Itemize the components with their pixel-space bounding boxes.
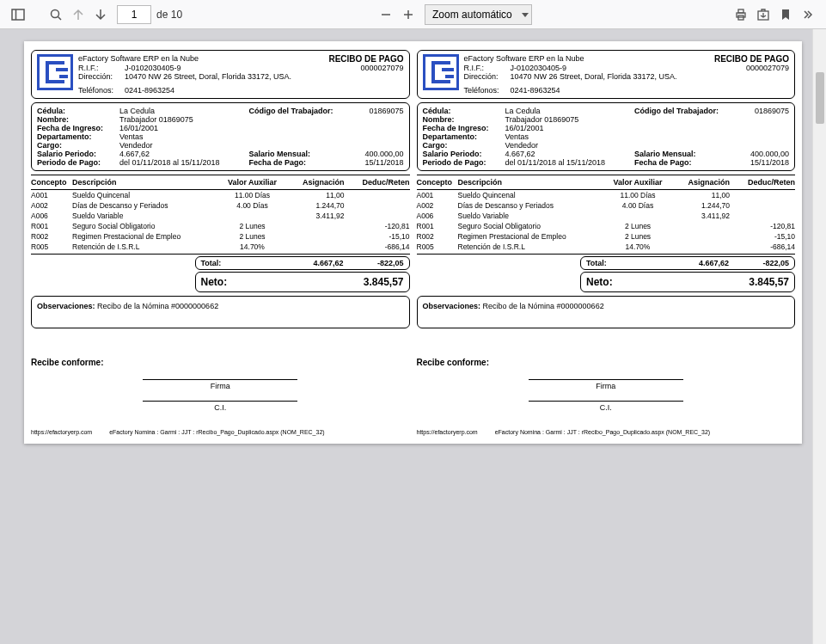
vertical-scrollbar[interactable] — [812, 29, 826, 644]
neto-row: Neto:3.845,57 — [580, 272, 795, 292]
pdf-toolbar: de 10 Zoom automático — [0, 0, 826, 29]
receipt-right: eFactory Software ERP en la NubeRECIBO D… — [417, 50, 796, 435]
svg-rect-8 — [738, 9, 743, 13]
company-header: eFactory Software ERP en la NubeRECIBO D… — [417, 50, 796, 99]
total-row: Total:4.667,62-822,05 — [580, 256, 795, 270]
table-row: A006Sueldo Variable3.411,92 — [417, 211, 796, 221]
page-of-label: de 10 — [156, 9, 182, 21]
document-area: eFactory Software ERP en la NubeRECIBO D… — [0, 29, 826, 644]
company-header: eFactory Software ERP en la NubeRECIBO D… — [31, 50, 410, 99]
receipt-left: eFactory Software ERP en la NubeRECIBO D… — [31, 50, 410, 435]
svg-rect-0 — [12, 9, 24, 20]
neto-row: Neto:3.845,57 — [195, 272, 410, 292]
prev-page-icon[interactable] — [70, 7, 86, 22]
table-header: ConceptoDescripciónValor AuxiliarAsignac… — [31, 175, 410, 190]
svg-point-2 — [52, 9, 59, 17]
bookmark-icon[interactable] — [778, 7, 793, 22]
open-icon[interactable] — [756, 7, 771, 22]
page-number-input[interactable] — [117, 5, 151, 24]
svg-line-3 — [58, 16, 62, 20]
table-row: R002Regimen Prestacional de Empleo2 Lune… — [417, 231, 796, 242]
pdf-page: eFactory Software ERP en la NubeRECIBO D… — [24, 41, 802, 444]
employee-info: Cédula:La CedulaCódigo del Trabajador:01… — [417, 102, 796, 171]
table-row: A006Sueldo Variable3.411,92 — [31, 211, 410, 221]
observations: Observaciones: Recibo de la Nómina #0000… — [31, 296, 410, 328]
scrollbar-thumb[interactable] — [816, 72, 824, 124]
employee-info: Cédula:La CedulaCódigo del Trabajador:01… — [31, 102, 410, 171]
page-footer: https://efactoryerp.comeFactory Nomina :… — [31, 429, 410, 435]
table-row: A001Sueldo Quincenal11.00 Días11,00 — [31, 190, 410, 200]
table-row: R005Retención de I.S.R.L14.70%-686,14 — [417, 242, 796, 255]
table-row: A002Días de Descanso y Feriados4.00 Días… — [31, 200, 410, 211]
print-icon[interactable] — [733, 7, 749, 22]
table-row: R005Retención de I.S.R.L14.70%-686,14 — [31, 242, 410, 255]
total-row: Total:4.667,62-822,05 — [195, 256, 410, 270]
observations: Observaciones: Recibo de la Nómina #0000… — [417, 296, 796, 328]
table-row: R002Regimen Prestacional de Empleo2 Lune… — [31, 231, 410, 242]
search-icon[interactable] — [48, 7, 64, 22]
table-row: A001Sueldo Quincenal11.00 Días11,00 — [417, 190, 796, 200]
page-footer: https://efactoryerp.comeFactory Nomina :… — [417, 429, 796, 435]
company-logo — [423, 54, 459, 90]
table-row: A002Días de Descanso y Feriados4.00 Días… — [417, 200, 796, 211]
company-logo — [37, 54, 73, 90]
zoom-select[interactable]: Zoom automático — [425, 4, 532, 25]
table-header: ConceptoDescripciónValor AuxiliarAsignac… — [417, 175, 796, 190]
zoom-in-icon[interactable] — [401, 7, 416, 22]
tools-icon[interactable] — [800, 7, 816, 22]
signature-block: Recibe conforme: Firma C.I. — [31, 358, 410, 422]
zoom-out-icon[interactable] — [378, 7, 394, 22]
table-row: R001Seguro Social Obligatorio2 Lunes-120… — [31, 221, 410, 231]
next-page-icon[interactable] — [93, 7, 108, 22]
sidebar-toggle-icon[interactable] — [10, 7, 26, 22]
table-row: R001Seguro Social Obligatorio2 Lunes-120… — [417, 221, 796, 231]
signature-block: Recibe conforme: Firma C.I. — [417, 358, 796, 422]
